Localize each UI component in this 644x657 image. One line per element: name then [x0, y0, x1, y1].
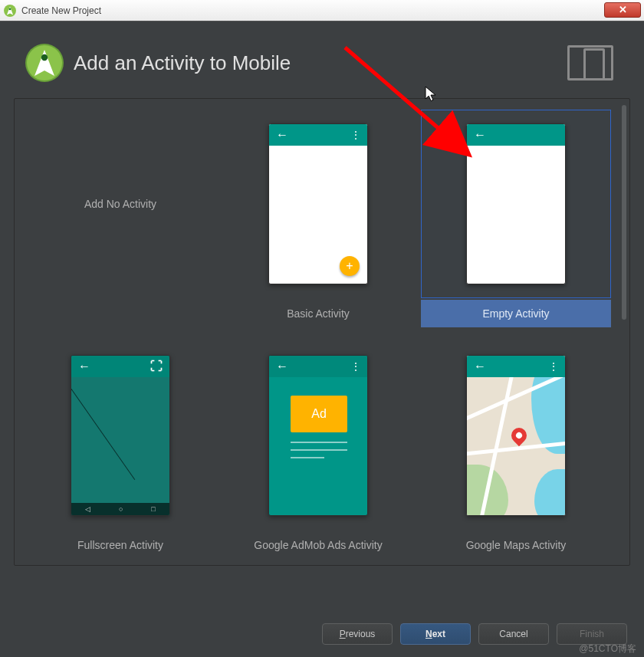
watermark: @51CTO博客 — [579, 642, 636, 655]
page-title: Add an Activity to Mobile — [74, 51, 558, 75]
mobile-tablet-icon — [567, 45, 613, 80]
template-add-no-activity[interactable]: Add No Activity — [25, 110, 215, 327]
svg-point-4 — [41, 54, 48, 61]
finish-button: Finish — [557, 623, 627, 645]
template-label: Basic Activity — [223, 300, 413, 327]
previous-button[interactable]: Previous — [322, 623, 393, 645]
template-gallery: Add No Activity ← ⋮ + Basic Activity — [14, 98, 630, 566]
titlebar: Create New Project ✕ — [0, 0, 644, 21]
next-button[interactable]: Next — [400, 623, 471, 645]
admob-ad-icon: Ad — [291, 396, 347, 432]
template-label: Fullscreen Activity — [25, 531, 215, 559]
back-arrow-icon: ← — [276, 129, 288, 141]
map-marker-icon — [508, 425, 530, 446]
template-label: Empty Activity — [421, 300, 611, 327]
template-thumbnail: ← — [421, 110, 611, 298]
template-label: Google Maps Activity — [421, 531, 611, 559]
back-arrow-icon: ← — [276, 360, 288, 373]
template-basic-activity[interactable]: ← ⋮ + Basic Activity — [223, 110, 413, 327]
template-label: Add No Activity — [25, 110, 215, 298]
fab-add-icon: + — [340, 256, 360, 276]
template-thumbnail: ← ⋮ — [421, 341, 611, 530]
template-thumbnail: ← ⋮ + — [223, 110, 413, 298]
wizard-buttons: Previous Next Cancel Finish — [322, 623, 627, 645]
template-label: Google AdMob Ads Activity — [223, 531, 413, 559]
close-icon: ✕ — [619, 4, 627, 15]
wizard-header: Add an Activity to Mobile — [0, 21, 644, 98]
cancel-button[interactable]: Cancel — [478, 623, 549, 645]
template-grid: Add No Activity ← ⋮ + Basic Activity — [25, 110, 619, 559]
template-maps-activity[interactable]: ← ⋮ Google Maps Activity — [421, 341, 611, 559]
back-arrow-icon: ← — [474, 360, 486, 373]
back-arrow-icon: ← — [78, 360, 90, 373]
svg-point-1 — [9, 8, 12, 10]
titlebar-text: Create New Project — [21, 5, 604, 16]
template-thumbnail: ← ⛶ ◁○□ — [25, 341, 215, 530]
overflow-menu-icon: ⋮ — [548, 361, 558, 372]
android-studio-logo-icon — [25, 43, 64, 83]
template-admob-activity[interactable]: ← ⋮ Ad Google AdMob Ads Activity — [223, 341, 413, 559]
close-button[interactable]: ✕ — [604, 2, 641, 18]
template-empty-activity[interactable]: ← Empty Activity — [421, 110, 611, 327]
overflow-menu-icon: ⋮ — [350, 130, 360, 140]
template-thumbnail: ← ⋮ Ad — [223, 341, 413, 530]
nav-bar-icon: ◁○□ — [71, 503, 169, 515]
fullscreen-expand-icon: ⛶ — [150, 360, 163, 373]
back-arrow-icon: ← — [474, 129, 486, 141]
app-icon — [3, 4, 17, 18]
overflow-menu-icon: ⋮ — [350, 361, 360, 372]
scrollbar-thumb[interactable] — [622, 105, 626, 320]
template-fullscreen-activity[interactable]: ← ⛶ ◁○□ Fullscreen Activity — [25, 341, 215, 559]
